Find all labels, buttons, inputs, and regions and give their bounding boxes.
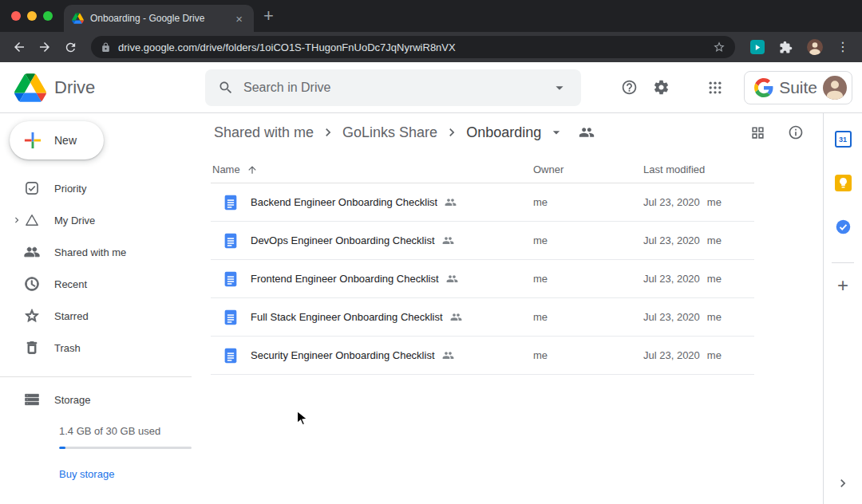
google-doc-icon <box>222 347 239 364</box>
sidebar-item-starred[interactable]: Starred <box>0 300 204 332</box>
sidebar-item-label: Recent <box>54 278 87 290</box>
google-apps-grid-icon[interactable] <box>699 72 731 104</box>
browser-profile-avatar[interactable] <box>807 39 823 55</box>
calendar-day-label: 31 <box>835 131 852 148</box>
file-modified-date: Jul 23, 2020 <box>643 273 700 285</box>
hide-panel-chevron-icon[interactable] <box>835 475 851 491</box>
file-modified-by: me <box>707 311 722 323</box>
breadcrumb-chevron-icon <box>320 124 336 140</box>
expand-chevron-icon[interactable] <box>10 215 24 226</box>
browser-toolbar: drive.google.com/drive/folders/1oiCO1S-T… <box>0 32 862 62</box>
file-name: Full Stack Engineer Onboarding Checklist <box>251 311 443 323</box>
file-modified-date: Jul 23, 2020 <box>643 349 700 361</box>
get-addons-button[interactable]: + <box>837 276 848 295</box>
sidebar-item-label: Priority <box>54 183 86 195</box>
column-header-owner[interactable]: Owner <box>533 163 643 175</box>
drive-brand[interactable]: Drive <box>0 73 205 102</box>
tab-close-icon[interactable]: × <box>232 12 246 26</box>
new-tab-button[interactable]: + <box>263 7 274 25</box>
browser-menu-icon[interactable]: ⋮ <box>832 41 854 53</box>
file-modified-by: me <box>707 234 722 246</box>
grid-view-button[interactable] <box>750 125 765 140</box>
sidebar-item-my-drive[interactable]: My Drive <box>0 204 204 236</box>
storage-progress-fill <box>59 447 65 449</box>
drive-main: New Priority My Drive Shared with me <box>0 113 862 504</box>
browser-tab[interactable]: Onboarding - Google Drive × <box>64 5 254 32</box>
file-modified-by: me <box>707 196 722 208</box>
breadcrumb-item-onboarding[interactable]: Onboarding <box>465 124 543 141</box>
file-owner: me <box>533 196 643 208</box>
breadcrumb-item-shared-with-me[interactable]: Shared with me <box>212 124 315 141</box>
tab-title: Onboarding - Google Drive <box>90 13 226 24</box>
breadcrumb-item-golinks-share[interactable]: GoLinks Share <box>341 124 439 141</box>
back-button[interactable] <box>8 36 30 58</box>
file-row[interactable]: Backend Engineer Onboarding Checklist me… <box>211 183 754 222</box>
help-icon[interactable] <box>613 72 645 104</box>
sidebar-item-label: Shared with me <box>54 246 126 258</box>
sidebar-item-label: Starred <box>54 310 89 322</box>
file-modified-cell: Jul 23, 2020 me <box>643 349 754 361</box>
search-bar[interactable] <box>205 69 581 106</box>
buy-storage-link[interactable]: Buy storage <box>59 468 114 480</box>
google-doc-icon <box>222 270 239 288</box>
drive-header: Drive Suite <box>0 62 862 113</box>
folder-menu-dropdown-icon[interactable] <box>548 124 564 140</box>
search-options-dropdown-icon[interactable] <box>551 79 568 96</box>
new-plus-icon <box>22 130 43 151</box>
close-window-button[interactable] <box>11 11 21 21</box>
user-avatar[interactable] <box>823 76 847 100</box>
file-name-cell: Security Engineer Onboarding Checklist <box>211 347 533 364</box>
rail-divider <box>832 262 854 263</box>
minimize-window-button[interactable] <box>27 11 37 21</box>
folder-shared-icon <box>579 124 595 140</box>
file-row[interactable]: Full Stack Engineer Onboarding Checklist… <box>211 298 754 337</box>
extensions-menu-icon[interactable] <box>779 41 793 54</box>
file-row[interactable]: Frontend Engineer Onboarding Checklist m… <box>211 260 754 298</box>
browser-tabstrip: Onboarding - Google Drive × + <box>0 0 862 32</box>
window-controls <box>11 11 53 21</box>
url-text[interactable]: drive.google.com/drive/folders/1oiCO1S-T… <box>118 41 706 53</box>
sidebar-item-label: Storage <box>54 394 91 406</box>
ssl-lock-icon[interactable] <box>101 42 111 53</box>
search-input[interactable] <box>243 81 541 95</box>
column-header-name[interactable]: Name <box>211 163 533 175</box>
google-doc-icon <box>222 309 239 326</box>
file-owner: me <box>533 234 643 246</box>
extension-icon[interactable] <box>750 40 765 54</box>
sort-ascending-icon[interactable] <box>247 164 258 175</box>
keep-icon[interactable] <box>835 175 852 191</box>
file-row[interactable]: DevOps Engineer Onboarding Checklist me … <box>211 222 754 260</box>
view-actions <box>750 124 804 140</box>
reload-button[interactable] <box>59 36 81 58</box>
search-icon[interactable] <box>218 80 234 96</box>
new-button[interactable]: New <box>10 121 104 159</box>
file-modified-date: Jul 23, 2020 <box>643 311 700 323</box>
calendar-icon[interactable]: 31 <box>835 131 852 148</box>
breadcrumb: Shared with me GoLinks Share Onboarding <box>204 113 823 152</box>
sidebar-item-priority[interactable]: Priority <box>0 172 204 204</box>
file-row[interactable]: Security Engineer Onboarding Checklist m… <box>211 337 754 375</box>
trash-icon <box>24 340 40 356</box>
file-modified-by: me <box>707 349 722 361</box>
sidebar-item-shared-with-me[interactable]: Shared with me <box>0 236 204 268</box>
file-name: Frontend Engineer Onboarding Checklist <box>251 273 439 285</box>
starred-icon <box>24 308 40 324</box>
sidebar-item-label: Trash <box>54 342 81 354</box>
file-modified-date: Jul 23, 2020 <box>643 234 700 246</box>
bookmark-star-icon[interactable] <box>713 41 726 53</box>
column-header-modified[interactable]: Last modified <box>643 163 754 175</box>
sidebar-item-trash[interactable]: Trash <box>0 332 204 364</box>
url-bar[interactable]: drive.google.com/drive/folders/1oiCO1S-T… <box>91 36 735 58</box>
tasks-icon[interactable] <box>835 219 852 235</box>
file-owner: me <box>533 349 643 361</box>
zoom-window-button[interactable] <box>43 11 53 21</box>
file-name-cell: DevOps Engineer Onboarding Checklist <box>211 232 533 250</box>
settings-gear-icon[interactable] <box>645 72 677 104</box>
file-name: Security Engineer Onboarding Checklist <box>251 349 435 361</box>
file-name-cell: Frontend Engineer Onboarding Checklist <box>211 270 533 288</box>
info-button[interactable] <box>788 124 804 140</box>
sidebar-item-storage[interactable]: Storage <box>0 384 192 415</box>
forward-button[interactable] <box>34 36 56 58</box>
column-name-label: Name <box>212 163 240 175</box>
sidebar-item-recent[interactable]: Recent <box>0 268 204 300</box>
